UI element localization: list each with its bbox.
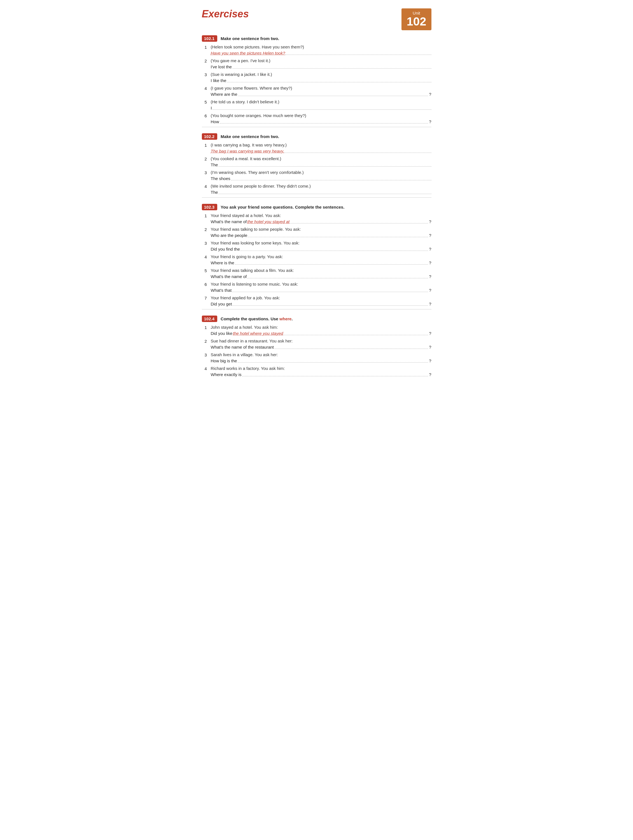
item-prompt-row: 3(Sue is wearing a jacket. I like it.) [205,72,431,77]
answer-suffix: ? [429,119,431,124]
answer-prefix: The shoes [211,176,230,181]
answer-suffix: ? [429,92,431,96]
item-prompt-row: 4(I gave you some flowers. Where are the… [205,86,431,91]
answer-prefix: How [211,119,219,124]
dotted-line [275,344,428,349]
item-prompt-row: 2Sue had dinner in a restaurant. You ask… [205,338,431,344]
dotted-line [283,330,428,335]
answer-suffix: ? [429,288,431,293]
dotted-line [218,161,431,167]
answer-prefix: I [211,106,212,111]
item-number: 1 [205,142,211,148]
item-prompt-row: 4Your friend is going to a party. You as… [205,254,431,259]
answer-line: What's the name of the restaurant ? [205,344,431,349]
answer-line: Have you seen the pictures Helen took? [205,50,431,55]
item-number: 2 [205,227,211,232]
answer-line: How big is the ? [205,358,431,363]
dotted-line [284,148,431,153]
section-badge-102.3: 102.3 [202,204,218,210]
list-item: 2(You gave me a pen. I've lost it.)I've … [205,58,431,69]
dotted-line [218,189,431,194]
item-prompt-text: (I gave you some flowers. Where are they… [211,86,292,90]
answer-suffix: ? [429,345,431,349]
list-item: 6(You bought some oranges. How much were… [205,113,431,124]
answer-suffix: ? [429,358,431,363]
answer-prefix: What's that [211,288,232,293]
dotted-line [235,260,428,265]
item-prompt-text: Your friend was talking to some people. … [211,227,301,232]
item-number: 2 [205,338,211,344]
answer-line: I like the [205,77,431,83]
section-instruction-102.4: Complete the questions. Use where. [221,316,293,321]
answer-suffix: ? [429,372,431,377]
answer-filled: the hotel you stayed at [247,219,289,224]
dotted-line [232,63,431,69]
page-header: Exercises Unit 102 [202,8,431,30]
item-prompt-text: Richard works in a factory. You ask him: [211,366,285,371]
exercises-title: Exercises [202,8,249,20]
item-prompt-text: Sarah lives in a village. You ask her: [211,352,278,357]
answer-prefix: Where are the [211,92,237,96]
answer-line: The bag I was carrying was very heavy. [205,148,431,153]
item-number: 1 [205,213,211,218]
answer-line: Where is the ? [205,260,431,265]
item-prompt-text: (He told us a story. I didn't believe it… [211,99,279,104]
item-number: 2 [205,58,211,63]
item-prompt-text: (Sue is wearing a jacket. I like it.) [211,72,272,77]
answer-prefix: Did you get [211,302,232,306]
dotted-line [227,77,431,82]
section-instruction-102.3: You ask your friend some questions. Comp… [221,205,344,210]
section-header-102.2: 102.2Make one sentence from two. [202,133,431,140]
answer-line: I've lost the [205,63,431,69]
answer-line: What's the name of ? [205,273,431,279]
item-prompt-row: 2(You cooked a meal. It was excellent.) [205,156,431,161]
item-prompt-text: (You gave me a pen. I've lost it.) [211,58,270,63]
dotted-line [248,232,428,237]
answer-prefix: What's the name of [211,219,247,224]
item-prompt-row: 1(Helen took some pictures. Have you see… [205,44,431,50]
item-prompt-text: Your friend was looking for some keys. Y… [211,240,300,245]
section-divider [202,197,431,198]
item-prompt-row: 1John stayed at a hotel. You ask him: [205,325,431,330]
item-number: 7 [205,295,211,300]
answer-prefix: Who are the people [211,233,248,238]
exercise-list-102.3: 1Your friend stayed at a hotel. You ask:… [202,213,431,306]
item-prompt-text: Your friend is listening to some music. … [211,282,298,286]
item-prompt-text: John stayed at a hotel. You ask him: [211,325,278,330]
section-badge-102.4: 102.4 [202,316,218,322]
item-prompt-row: 2(You gave me a pen. I've lost it.) [205,58,431,63]
list-item: 3(I'm wearing shoes. They aren't very co… [205,170,431,181]
exercise-list-102.2: 1(I was carrying a bag. It was very heav… [202,142,431,194]
item-prompt-row: 3Your friend was looking for some keys. … [205,240,431,246]
answer-prefix: What's the name of the restaurant [211,345,274,349]
list-item: 1(I was carrying a bag. It was very heav… [205,142,431,153]
answer-prefix: I've lost the [211,65,232,69]
section-divider [202,309,431,309]
section-102.1: 102.1Make one sentence from two.1(Helen … [202,35,431,127]
dotted-line [232,287,428,292]
answer-suffix: ? [429,331,431,336]
item-number: 4 [205,254,211,259]
dotted-line [238,91,428,96]
item-number: 3 [205,352,211,357]
answer-prefix: The [211,163,218,167]
dotted-line [285,50,431,55]
item-number: 2 [205,156,211,161]
answer-line: The [205,189,431,194]
section-badge-102.2: 102.2 [202,133,218,140]
item-prompt-row: 7Your friend applied for a job. You ask: [205,295,431,300]
answer-suffix: ? [429,247,431,251]
item-prompt-text: (You cooked a meal. It was excellent.) [211,156,281,161]
item-prompt-row: 4Richard works in a factory. You ask him… [205,366,431,371]
item-prompt-text: (Helen took some pictures. Have you seen… [211,44,304,49]
item-number: 6 [205,113,211,118]
section-header-102.3: 102.3You ask your friend some questions.… [202,204,431,210]
item-prompt-row: 3(I'm wearing shoes. They aren't very co… [205,170,431,175]
item-prompt-text: (I was carrying a bag. It was very heavy… [211,142,287,147]
answer-line: I [205,105,431,111]
answer-suffix: ? [429,261,431,265]
list-item: 7Your friend applied for a job. You ask:… [205,295,431,306]
item-prompt-text: Sue had dinner in a restaurant. You ask … [211,338,293,343]
item-number: 5 [205,268,211,273]
list-item: 5(He told us a story. I didn't believe i… [205,99,431,111]
